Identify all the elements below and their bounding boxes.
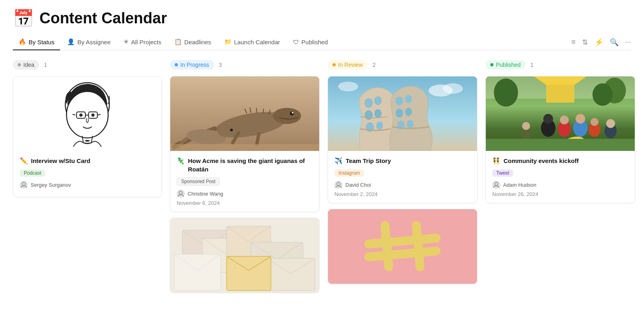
card-team-trip[interactable]: ✈️ Team Trip Story Instagram David Choi … — [328, 76, 477, 203]
card-author: Sergey Surganov — [20, 181, 155, 189]
card-title-row-team-trip: ✈️ Team Trip Story — [334, 157, 471, 165]
lizard-icon: 🦎 — [177, 157, 185, 165]
col-count-in-review: 2 — [372, 62, 376, 68]
tab-deadlines-label: Deadlines — [184, 39, 211, 45]
nav-tabs: 🔥 By Status 👤 By Assignee ✳ All Projects… — [13, 34, 631, 50]
asterisk-icon: ✳ — [124, 38, 129, 45]
clipboard-icon: 📋 — [174, 38, 182, 45]
svg-rect-35 — [375, 109, 381, 118]
svg-rect-48 — [328, 209, 477, 284]
card-body: ✏️ Interview w/Stu Card Podcast Sergey S… — [13, 151, 161, 197]
card-body-community: 👯 Community events kickoff Tweet Adam Hu… — [486, 151, 635, 203]
svg-line-17 — [257, 134, 259, 144]
svg-point-45 — [443, 83, 463, 94]
col-count-published: 1 — [530, 62, 534, 68]
tab-by-assignee[interactable]: 👤 By Assignee — [62, 34, 116, 50]
card-author-adam: Adam Hudson — [492, 181, 628, 189]
svg-point-57 — [592, 83, 613, 106]
card-tag-tweet: Tweet — [492, 169, 513, 177]
nav-actions: ≡ ⇅ ⚡ 🔍 ··· — [571, 38, 631, 47]
app-container: 📅 Content Calendar 🔥 By Status 👤 By Assi… — [0, 0, 644, 330]
lightning-icon[interactable]: ⚡ — [594, 38, 603, 47]
svg-point-73 — [495, 182, 498, 186]
svg-point-20 — [230, 129, 233, 132]
folder-icon: 📁 — [224, 38, 232, 45]
dot-idea — [18, 63, 21, 66]
more-options-icon[interactable]: ··· — [625, 38, 631, 46]
dot-review — [332, 63, 336, 66]
card-hashtag[interactable] — [328, 209, 477, 284]
author-name-adam: Adam Hudson — [503, 182, 536, 188]
svg-rect-39 — [405, 95, 412, 103]
card-community-events[interactable]: 👯 Community events kickoff Tweet Adam Hu… — [485, 76, 635, 203]
svg-point-60 — [543, 114, 553, 124]
search-icon[interactable]: 🔍 — [610, 38, 619, 47]
svg-rect-43 — [407, 120, 413, 128]
svg-point-55 — [494, 78, 518, 107]
card-author-david: David Choi — [334, 181, 471, 189]
tab-by-assignee-label: By Assignee — [77, 39, 111, 45]
status-in-review-label: In Review — [338, 62, 363, 68]
dot-progress — [175, 63, 178, 66]
fire-icon: 🔥 — [19, 38, 26, 45]
card-title: Interview w/Stu Card — [31, 157, 91, 165]
card-tag-instagram: Instagram — [334, 169, 364, 177]
card-author-christine: Christine Wang — [177, 190, 313, 198]
tab-by-status-label: By Status — [29, 39, 54, 45]
tab-deadlines[interactable]: 📋 Deadlines — [169, 34, 217, 50]
status-badge-idea: Idea — [13, 60, 39, 70]
card-date-iguanas: November 6, 2024 — [177, 200, 313, 206]
card-image-sketch — [13, 76, 161, 151]
svg-rect-58 — [546, 85, 574, 103]
svg-rect-38 — [396, 97, 403, 105]
header: 📅 Content Calendar 🔥 By Status 👤 By Assi… — [0, 0, 644, 50]
title-row: 📅 Content Calendar — [13, 10, 631, 27]
svg-point-66 — [590, 118, 599, 126]
status-idea-label: Idea — [23, 62, 34, 68]
col-count-idea: 1 — [44, 62, 47, 68]
author-avatar-adam — [492, 181, 500, 189]
svg-rect-33 — [375, 97, 381, 105]
svg-point-22 — [179, 191, 182, 194]
card-interview-stu[interactable]: ✏️ Interview w/Stu Card Podcast Sergey S… — [13, 76, 162, 197]
filter-icon[interactable]: ≡ — [571, 38, 576, 46]
svg-point-47 — [337, 182, 340, 186]
tab-by-status[interactable]: 🔥 By Status — [13, 34, 60, 50]
page-title: Content Calendar — [39, 10, 167, 27]
svg-point-13 — [273, 108, 301, 124]
card-envelopes[interactable] — [170, 218, 320, 293]
svg-point-19 — [218, 127, 235, 137]
tab-published[interactable]: 🛡 Published — [287, 35, 334, 50]
svg-rect-72 — [486, 139, 635, 151]
author-name-david: David Choi — [345, 182, 371, 188]
col-header-idea: Idea 1 — [13, 60, 162, 70]
status-in-progress-label: In Progress — [180, 62, 209, 68]
card-iguanas[interactable]: 🦎 How Acme is saving the giant iguanas o… — [170, 76, 320, 212]
dot-published — [490, 63, 493, 66]
card-image-hashtag — [328, 209, 477, 284]
card-body-iguanas: 🦎 How Acme is saving the giant iguanas o… — [170, 151, 319, 212]
card-image-festival — [486, 76, 635, 151]
card-image-building — [328, 76, 477, 151]
tab-all-projects-label: All Projects — [131, 39, 161, 45]
column-in-review: In Review 2 — [328, 60, 477, 299]
column-in-progress: In Progress 3 — [170, 60, 320, 299]
tab-launch-calendar[interactable]: 📁 Launch Calendar — [219, 34, 286, 50]
status-published-label: Published — [496, 62, 521, 68]
card-title-team-trip: Team Trip Story — [346, 157, 391, 165]
pencil-icon: ✏️ — [20, 157, 28, 165]
column-published: Published 1 — [485, 60, 635, 299]
col-header-published: Published 1 — [485, 60, 635, 70]
card-title-iguanas: How Acme is saving the giant iguanas of … — [188, 157, 313, 173]
sort-icon[interactable]: ⇅ — [582, 38, 588, 47]
svg-rect-37 — [376, 122, 383, 130]
svg-point-15 — [292, 112, 293, 113]
people-icon: 👯 — [492, 157, 500, 165]
column-idea: Idea 1 — [13, 60, 162, 299]
svg-rect-40 — [396, 109, 403, 118]
tab-all-projects[interactable]: ✳ All Projects — [118, 34, 167, 50]
card-image-iguanas — [170, 76, 319, 151]
card-date-team-trip: November 2, 2024 — [334, 191, 471, 197]
status-badge-in-review: In Review — [328, 60, 367, 70]
card-title-row-community: 👯 Community events kickoff — [492, 157, 628, 165]
